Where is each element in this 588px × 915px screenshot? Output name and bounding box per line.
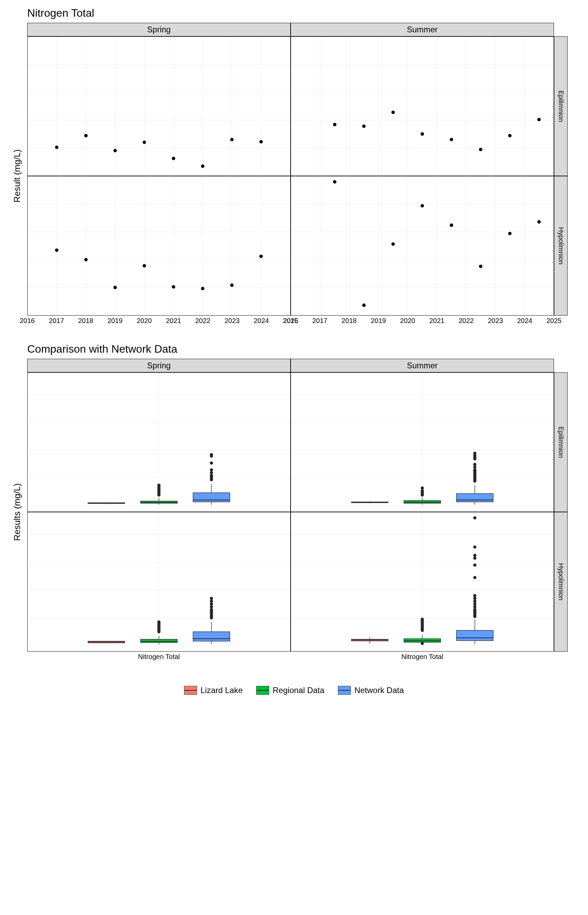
y-axis-label-1: Result (mg/L) xyxy=(7,36,27,315)
svg-point-93 xyxy=(479,265,483,268)
box-panel-summer-hypo xyxy=(291,512,554,651)
svg-point-89 xyxy=(362,304,365,307)
panel-spring-epi: 0.100.150.200.25 xyxy=(27,36,291,176)
svg-point-215 xyxy=(210,597,213,600)
box-panel-spring-hypo: 01234 xyxy=(27,512,291,651)
box-panel-spring-epi: 01234 xyxy=(27,372,291,512)
x-axis-summer-2: Nitrogen Total xyxy=(291,651,554,665)
svg-point-252 xyxy=(473,600,476,603)
x-axis-summer-1: 2016201720182019202020212022202320242025 xyxy=(291,315,554,329)
svg-rect-242 xyxy=(456,630,493,641)
legend-item-lizard: Lizard Lake xyxy=(184,685,242,695)
svg-point-25 xyxy=(259,140,263,143)
svg-point-94 xyxy=(508,232,511,235)
panel-summer-epi xyxy=(291,36,554,176)
row-header-epi-2: Epilimnion xyxy=(554,372,568,512)
legend-item-network: Network Data xyxy=(338,685,404,695)
legend-swatch-network xyxy=(338,686,351,695)
svg-point-68 xyxy=(113,286,117,289)
svg-point-70 xyxy=(172,285,175,289)
legend-swatch-regional xyxy=(256,686,269,695)
svg-rect-228 xyxy=(404,639,441,642)
svg-rect-157 xyxy=(456,493,493,502)
svg-point-42 xyxy=(391,111,395,114)
svg-rect-203 xyxy=(193,632,230,641)
box-panel-summer-epi xyxy=(291,372,554,512)
svg-point-249 xyxy=(473,608,476,611)
row-header-hypo-2: Hypolimnion xyxy=(554,512,568,651)
svg-point-255 xyxy=(473,576,476,579)
svg-point-92 xyxy=(450,224,453,227)
svg-point-23 xyxy=(201,165,205,168)
svg-point-73 xyxy=(259,255,263,258)
svg-point-257 xyxy=(473,557,476,559)
svg-point-46 xyxy=(508,134,511,137)
svg-point-122 xyxy=(158,484,160,487)
svg-point-212 xyxy=(210,605,213,608)
box-chart-section: Comparison with Network Data Results (mg… xyxy=(7,343,581,665)
svg-point-22 xyxy=(172,157,175,160)
svg-point-40 xyxy=(333,123,336,126)
legend: Lizard Lake Regional Data Network Data xyxy=(7,685,581,695)
scatter-chart-section: Nitrogen Total Result (mg/L) Spring Summ… xyxy=(7,7,581,329)
svg-point-154 xyxy=(421,487,424,490)
svg-point-91 xyxy=(421,204,424,207)
svg-point-95 xyxy=(537,220,541,224)
legend-label-lizard: Lizard Lake xyxy=(200,685,242,695)
svg-point-130 xyxy=(210,474,213,477)
svg-point-43 xyxy=(421,133,424,136)
x-axis-spring-2: Nitrogen Total xyxy=(27,651,291,665)
svg-point-67 xyxy=(84,258,88,262)
panel-summer-hypo xyxy=(291,176,554,315)
legend-swatch-lizard xyxy=(184,686,197,695)
svg-point-18 xyxy=(55,146,58,149)
svg-point-260 xyxy=(473,516,476,519)
svg-point-88 xyxy=(333,180,336,183)
svg-point-259 xyxy=(473,546,476,548)
row-header-hypo: Hypolimnion xyxy=(554,176,568,315)
col-header-summer: Summer xyxy=(291,23,554,36)
svg-point-132 xyxy=(210,469,213,472)
legend-label-regional: Regional Data xyxy=(273,685,324,695)
svg-point-72 xyxy=(230,284,233,287)
svg-point-41 xyxy=(362,124,365,128)
chart-title-1: Nitrogen Total xyxy=(27,7,581,19)
svg-point-173 xyxy=(473,452,476,455)
scatter-facet-grid: Result (mg/L) Spring Summer Epilimnion H… xyxy=(7,23,568,329)
svg-point-69 xyxy=(142,264,146,268)
svg-point-256 xyxy=(473,564,476,566)
box-facet-grid: Results (mg/L) Spring Summer Epilimnion … xyxy=(7,359,568,665)
svg-point-214 xyxy=(210,600,213,603)
svg-point-135 xyxy=(210,453,213,456)
col-header-spring-2: Spring xyxy=(27,359,291,372)
row-header-epi: Epilimnion xyxy=(554,36,568,176)
col-header-summer-2: Summer xyxy=(291,359,554,372)
svg-point-213 xyxy=(210,603,213,605)
svg-point-90 xyxy=(391,242,395,246)
svg-point-258 xyxy=(473,554,476,556)
svg-point-239 xyxy=(421,618,424,621)
svg-point-168 xyxy=(473,466,476,469)
svg-point-21 xyxy=(142,141,146,144)
svg-rect-191 xyxy=(141,639,177,643)
svg-point-24 xyxy=(230,138,233,141)
y-axis-label-2: Results (mg/L) xyxy=(7,372,27,651)
svg-point-133 xyxy=(210,462,213,464)
svg-point-251 xyxy=(473,603,476,605)
legend-item-regional: Regional Data xyxy=(256,685,324,695)
svg-point-250 xyxy=(473,605,476,608)
chart-title-2: Comparison with Network Data xyxy=(27,343,581,356)
svg-point-45 xyxy=(479,148,483,151)
svg-point-200 xyxy=(158,621,160,623)
x-axis-spring-1: 2016201720182019202020212022202320242025 xyxy=(27,315,291,329)
svg-point-253 xyxy=(473,597,476,600)
svg-point-66 xyxy=(55,249,58,252)
col-header-spring: Spring xyxy=(27,23,291,36)
svg-point-254 xyxy=(473,594,476,597)
svg-point-211 xyxy=(210,608,213,611)
svg-point-47 xyxy=(537,118,541,121)
svg-point-167 xyxy=(473,469,476,472)
svg-point-230 xyxy=(421,642,424,645)
svg-point-153 xyxy=(421,490,424,492)
legend-label-network: Network Data xyxy=(354,685,404,695)
